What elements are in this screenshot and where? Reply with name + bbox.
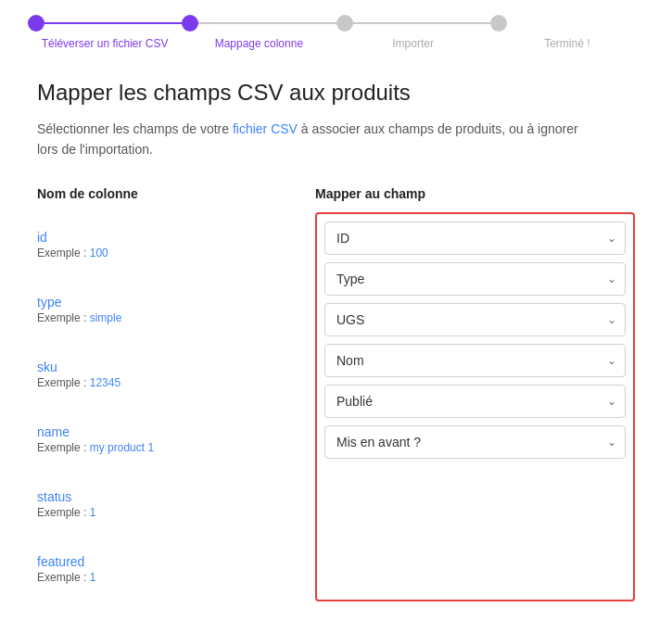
main-content: Mapper les champs CSV aux produits Sélec… [0,50,672,620]
field-example-featured: Exemple : 1 [37,571,297,584]
field-name-status: status [37,489,297,504]
select-wrapper-type: ID Type UGS Nom Publié Mis en avant ? Ig… [324,262,626,296]
mapping-rows: id Exemple : 100 type Exemple : simple s… [37,212,635,601]
step-3-circle [336,15,353,32]
step-3-label: Importer [392,37,434,50]
field-name-type: type [37,295,297,310]
select-wrapper-id: ID Type UGS Nom Publié Mis en avant ? Ig… [324,221,626,255]
select-wrapper-featured: ID Type UGS Nom Publié Mis en avant ? Ig… [324,425,626,459]
left-cell-status: status Exemple : 1 [37,472,297,537]
field-example-status: Exemple : 1 [37,506,297,519]
connector-3-4 [353,22,490,24]
field-name-sku: sku [37,360,297,374]
page-title: Mapper les champs CSV aux produits [37,80,635,106]
step-1-label: Téléverser un fichier CSV [42,37,169,50]
step-1: Téléverser un fichier CSV [28,15,182,50]
example-label-id: Exemple : [37,247,90,259]
desc-part1: Sélectionner les champs de votre [37,121,233,136]
field-name-id: id [37,230,297,245]
column-header-right: Mapper au champ [315,186,635,201]
step-2: Mappage colonne [182,15,336,50]
step-4-label: Terminé ! [544,37,590,50]
right-column: ID Type UGS Nom Publié Mis en avant ? Ig… [315,212,635,601]
step-1-circle [28,15,44,32]
page-description: Sélectionner les champs de votre fichier… [37,119,593,160]
left-cell-id: id Exemple : 100 [37,212,297,277]
step-2-circle [182,15,198,32]
field-example-sku: Exemple : 12345 [37,376,297,389]
select-featured[interactable]: ID Type UGS Nom Publié Mis en avant ? Ig… [324,425,626,459]
left-cell-featured: featured Exemple : 1 [37,537,297,601]
select-name[interactable]: ID Type UGS Nom Publié Mis en avant ? Ig… [324,344,626,377]
stepper: Téléverser un fichier CSV Mappage colonn… [0,0,672,50]
left-cell-sku: sku Exemple : 12345 [37,342,297,407]
select-type[interactable]: ID Type UGS Nom Publié Mis en avant ? Ig… [324,262,626,296]
table-header: Nom de colonne Mapper au champ [37,186,635,201]
desc-highlight: fichier CSV [233,121,298,136]
field-name-name: name [37,424,297,439]
field-example-id: Exemple : 100 [37,247,297,259]
step-4-circle [490,15,507,32]
field-example-type: Exemple : simple [37,311,297,324]
left-cell-type: type Exemple : simple [37,277,297,342]
left-cell-name: name Exemple : my product 1 [37,407,297,472]
select-wrapper-status: ID Type UGS Nom Publié Mis en avant ? Ig… [324,385,626,418]
select-id[interactable]: ID Type UGS Nom Publié Mis en avant ? Ig… [324,221,626,255]
select-wrapper-name: ID Type UGS Nom Publié Mis en avant ? Ig… [324,344,626,377]
field-name-featured: featured [37,554,297,569]
connector-2-3 [198,22,336,24]
column-header-left: Nom de colonne [37,186,315,201]
step-2-label: Mappage colonne [215,37,303,50]
example-value-id: 100 [90,247,108,259]
left-column: id Exemple : 100 type Exemple : simple s… [37,212,315,601]
select-sku[interactable]: ID Type UGS Nom Publié Mis en avant ? Ig… [324,303,626,336]
select-status[interactable]: ID Type UGS Nom Publié Mis en avant ? Ig… [324,385,626,418]
mapping-table: Nom de colonne Mapper au champ id Exempl… [37,186,635,601]
field-example-name: Exemple : my product 1 [37,441,297,454]
step-4: Terminé ! [490,15,644,50]
select-wrapper-sku: ID Type UGS Nom Publié Mis en avant ? Ig… [324,303,626,336]
step-3: Importer [336,15,490,50]
connector-1-2 [44,22,182,24]
